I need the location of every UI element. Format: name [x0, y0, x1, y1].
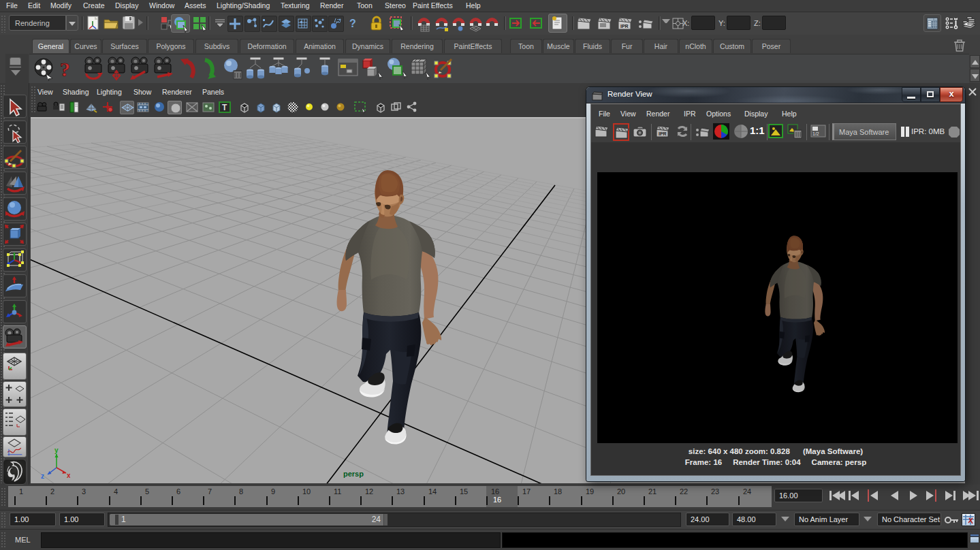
svg-text:z: z: [41, 472, 44, 480]
svg-text:1/2: 1/2: [812, 131, 819, 136]
svg-text:?: ?: [349, 18, 356, 29]
svg-text:T: T: [222, 103, 227, 112]
svg-text:x: x: [67, 472, 70, 479]
svg-text:y: y: [54, 447, 59, 454]
svg-text:IPR: IPR: [659, 131, 667, 136]
svg-text:IPR: IPR: [620, 24, 629, 29]
svg-text:?: ?: [60, 58, 70, 80]
